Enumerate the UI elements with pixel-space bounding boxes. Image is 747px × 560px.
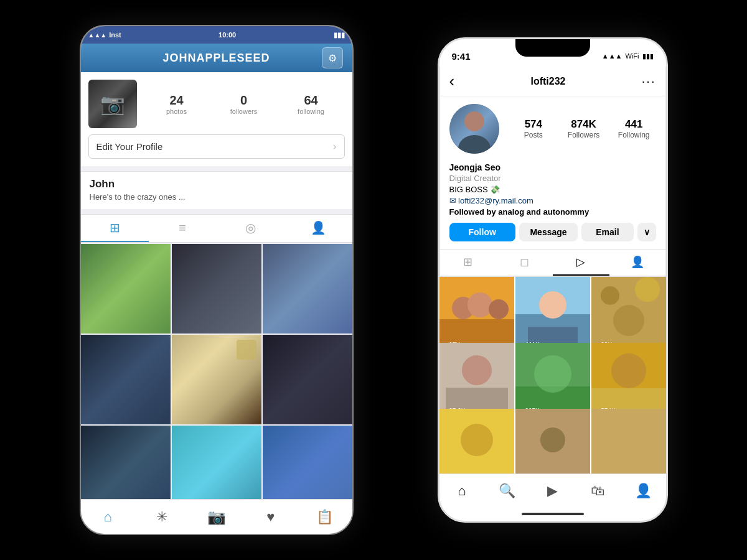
tab-grid[interactable]: ⊞ (81, 215, 149, 242)
battery-icon: ▮▮▮ (334, 31, 345, 39)
bottom-news-button[interactable]: 📋 (298, 500, 352, 534)
signal-bars-icon: ▲▲▲ (602, 52, 622, 60)
new-stat-following: 441 Following (612, 118, 656, 139)
bottom-likes-button[interactable]: ♥ (243, 500, 298, 534)
new-status-icons: ▲▲▲ WiFi ▮▮▮ (602, 52, 654, 60)
new-time: 9:41 (452, 51, 471, 62)
email-button[interactable]: Email (581, 223, 633, 241)
grid-item-2[interactable] (172, 244, 261, 334)
reel-item-1[interactable]: ▷ 97K (439, 277, 514, 352)
reel-item-3[interactable]: ▷ 23K (591, 277, 666, 352)
back-button[interactable]: ‹ (449, 72, 455, 91)
chevron-right-icon: › (333, 140, 337, 153)
new-bottom-shop[interactable]: 🛍 (575, 474, 621, 507)
new-bottom-nav: ⌂ 🔍 ▶ 🛍 👤 (439, 474, 666, 507)
svg-point-14 (635, 277, 660, 302)
grid-item-9[interactable] (263, 426, 352, 499)
svg-point-30 (540, 427, 565, 452)
new-bottom-reels[interactable]: ▶ (530, 474, 575, 507)
grid-item-3[interactable] (263, 244, 352, 334)
bottom-explore-button[interactable]: ✳ (135, 500, 189, 534)
following-label: following (278, 108, 345, 115)
reel-item-9[interactable] (591, 409, 666, 474)
follow-button[interactable]: Follow (449, 223, 515, 241)
grid-item-8[interactable] (172, 426, 261, 499)
new-reels-grid: ▷ 97K ▷ 441K (439, 277, 666, 474)
old-time: 10:00 (218, 31, 236, 39)
svg-point-13 (601, 286, 619, 305)
new-avatar (449, 104, 499, 154)
new-bio-boss: BIG BOSS 💸 (449, 185, 656, 194)
svg-point-21 (534, 355, 571, 393)
tab-list[interactable]: ≡ (149, 215, 217, 242)
new-content: ‹ lofti232 ··· (439, 67, 666, 474)
avatar-image (449, 104, 499, 154)
old-stats: 24 photos 0 followers 64 following (143, 91, 345, 118)
reel-item-4[interactable]: ▷ 87.2K (439, 343, 514, 418)
new-followed-by: Followed by analog and autonommy (449, 207, 656, 217)
tab-reels-new[interactable]: ▷ (553, 250, 609, 276)
old-stat-following: 64 following (278, 91, 345, 118)
dropdown-button[interactable]: ∨ (637, 223, 656, 241)
new-bio-role: Digital Creator (449, 174, 656, 183)
new-bio-email: ✉ lofti232@ry.mail.com (449, 196, 656, 205)
svg-point-6 (489, 299, 509, 319)
followed-by-user2[interactable]: autonommy (543, 207, 589, 217)
svg-point-15 (613, 305, 644, 336)
old-status-left: ▲▲▲ Inst (88, 31, 121, 39)
wifi-icon: WiFi (626, 52, 639, 60)
home-indicator-line (522, 513, 584, 515)
old-instagram-phone: ▲▲▲ Inst 10:00 ▮▮▮ JOHNAPPLESEED ⚙ 📷 (80, 25, 354, 535)
reel-item-7[interactable] (439, 409, 514, 474)
grid-item-1[interactable] (81, 244, 171, 334)
grid-item-5[interactable] (172, 335, 261, 424)
old-profile-top: 📷 24 photos 0 followers 64 (88, 80, 345, 128)
old-profile-title: JOHNAPPLESEED (162, 52, 270, 65)
reel-item-6[interactable]: ▷ 574K (591, 343, 666, 418)
new-instagram-phone: 9:41 ▲▲▲ WiFi ▮▮▮ ‹ lofti232 ··· (438, 37, 668, 523)
grid-item-7[interactable] (81, 426, 171, 499)
old-bio: John Here's to the crazy ones ... (81, 171, 352, 209)
tab-places[interactable]: ◎ (217, 215, 284, 242)
bottom-home-button[interactable]: ⌂ (81, 500, 135, 534)
phone-notch (515, 39, 590, 57)
edit-profile-button[interactable]: Edit Your Profile › (88, 134, 345, 159)
tab-tagged-new[interactable]: 👤 (609, 250, 666, 276)
photos-label: photos (143, 108, 210, 115)
carrier-label: Inst (109, 31, 121, 39)
signal-icon: ▲▲▲ (88, 32, 107, 39)
message-button[interactable]: Message (519, 223, 578, 241)
grid-item-6[interactable] (263, 335, 352, 424)
tab-grid-new[interactable]: ⊞ (439, 250, 496, 276)
tab-stories-new[interactable]: ◻ (496, 250, 553, 276)
reel-item-5[interactable]: ▷ 667K (515, 343, 590, 418)
battery-new-icon: ▮▮▮ (642, 52, 654, 60)
followed-by-user1[interactable]: analog (498, 207, 524, 217)
svg-point-5 (467, 292, 492, 317)
old-nav-bar: JOHNAPPLESEED ⚙ (81, 44, 352, 72)
new-following-count: 441 (612, 118, 656, 131)
followed-by-prefix: Followed by (449, 207, 499, 217)
bottom-camera-button[interactable]: 📷 (189, 500, 243, 534)
svg-rect-32 (591, 409, 666, 474)
old-stat-photos: 24 photos (143, 91, 210, 118)
new-profile-username: lofti232 (530, 76, 565, 87)
new-bottom-search[interactable]: 🔍 (484, 474, 530, 507)
tab-tagged[interactable]: 👤 (284, 215, 352, 242)
more-options-button[interactable]: ··· (642, 74, 656, 88)
new-bottom-home[interactable]: ⌂ (439, 474, 485, 507)
gear-icon: ⚙ (328, 52, 337, 64)
reel-item-2[interactable]: ▷ 441K (515, 277, 590, 352)
new-header: ‹ lofti232 ··· (439, 67, 666, 96)
grid-item-4[interactable] (81, 335, 171, 424)
new-bottom-profile[interactable]: 👤 (621, 474, 666, 507)
new-stat-posts: 574 Posts (512, 118, 556, 139)
old-profile-card: 📷 24 photos 0 followers 64 (81, 72, 352, 166)
home-indicator (439, 507, 666, 521)
reel-item-8[interactable] (515, 409, 590, 474)
settings-button[interactable]: ⚙ (322, 47, 343, 68)
following-count: 64 (278, 93, 345, 108)
old-photo-grid (81, 244, 352, 499)
new-bio-name: Jeongja Seo (449, 162, 656, 172)
followed-by-middle: and (524, 207, 543, 217)
